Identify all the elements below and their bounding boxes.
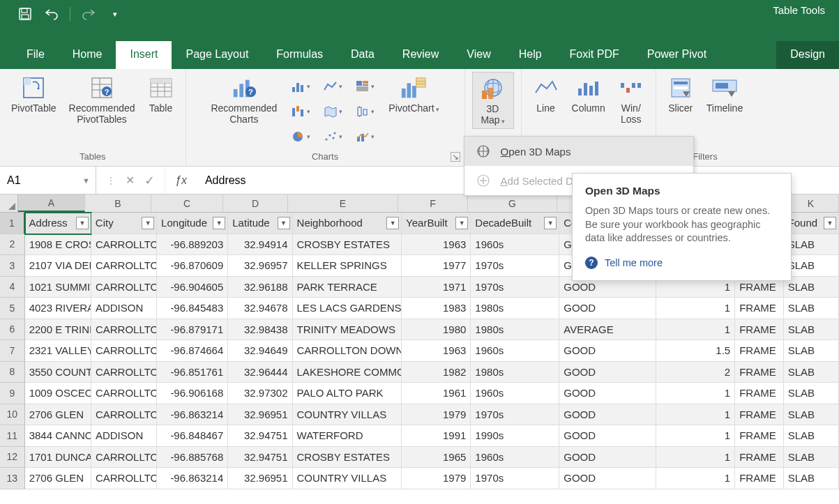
column-filter-header[interactable]: Latitude▼ xyxy=(228,213,292,234)
cell[interactable]: GOOD xyxy=(559,468,656,489)
cell[interactable]: 1970s xyxy=(471,277,559,298)
column-filter-header[interactable]: Longitude▼ xyxy=(157,213,228,234)
cell[interactable]: SLAB xyxy=(784,447,839,468)
cell[interactable]: 32.96188 xyxy=(228,277,292,298)
tab-data[interactable]: Data xyxy=(337,41,388,69)
cell[interactable]: FRAME xyxy=(735,447,783,468)
select-all-corner[interactable] xyxy=(0,194,18,212)
cell[interactable]: PARK TERRACE xyxy=(293,277,402,298)
column-filter-header[interactable]: Address▼ xyxy=(25,213,91,234)
cell[interactable]: GOOD xyxy=(559,340,656,362)
cell[interactable]: SLAB xyxy=(784,234,839,256)
cell[interactable]: KELLER SPRINGS xyxy=(293,255,402,277)
cell[interactable]: 32.96957 xyxy=(228,255,292,277)
row-header[interactable]: 2 xyxy=(0,234,25,256)
tab-insert[interactable]: Insert xyxy=(116,41,172,69)
cell[interactable]: 1983 xyxy=(402,298,471,319)
cell[interactable]: SLAB xyxy=(784,255,839,277)
cell[interactable]: 1971 xyxy=(402,277,471,298)
cell[interactable]: SLAB xyxy=(784,277,839,298)
column-chart-icon[interactable] xyxy=(288,76,313,97)
cell[interactable]: COUNTRY VILLAS xyxy=(293,404,402,426)
cell[interactable]: 2 xyxy=(656,362,735,383)
column-header-E[interactable]: E xyxy=(288,194,398,212)
cell[interactable]: 1 xyxy=(656,468,735,489)
tab-view[interactable]: View xyxy=(453,41,504,69)
cell[interactable]: GOOD xyxy=(559,447,656,468)
fx-icon[interactable]: ƒx xyxy=(165,174,197,187)
cell[interactable]: 32.94914 xyxy=(228,234,292,256)
cell[interactable]: 32.97302 xyxy=(228,383,292,404)
pivotchart-button[interactable]: PivotChart xyxy=(384,72,443,116)
cell[interactable]: FRAME xyxy=(735,298,783,319)
cell[interactable]: GOOD xyxy=(559,362,656,383)
cell[interactable]: 32.94678 xyxy=(228,298,292,319)
cell[interactable]: -96.904605 xyxy=(157,277,228,298)
cell[interactable]: 1 xyxy=(656,425,735,447)
enter-icon[interactable]: ✓ xyxy=(144,173,155,188)
row-header[interactable]: 6 xyxy=(0,319,25,341)
row-header[interactable]: 4 xyxy=(0,277,25,298)
cell[interactable]: 4023 RIVERA xyxy=(25,298,91,319)
cell[interactable]: FRAME xyxy=(735,362,783,383)
name-box-caret-icon[interactable]: ▼ xyxy=(82,176,90,185)
cell[interactable]: CARROLLTON xyxy=(91,362,157,383)
map-chart-icon[interactable] xyxy=(320,101,345,122)
cell[interactable]: -96.879171 xyxy=(157,319,228,341)
cell[interactable]: 1 xyxy=(656,383,735,404)
cell[interactable]: GOOD xyxy=(559,383,656,404)
cell[interactable]: CROSBY ESTATES xyxy=(293,447,402,468)
save-icon[interactable] xyxy=(17,6,33,22)
filter-dropdown-icon[interactable]: ▼ xyxy=(455,217,468,229)
tab-design[interactable]: Design xyxy=(776,41,839,69)
cell[interactable]: FRAME xyxy=(735,340,783,362)
cell[interactable]: 32.94649 xyxy=(228,340,292,362)
row-header[interactable]: 7 xyxy=(0,340,25,362)
cell[interactable]: 2706 GLEN xyxy=(25,404,91,426)
name-box-input[interactable] xyxy=(7,174,63,187)
cell[interactable]: FRAME xyxy=(735,404,783,426)
cell[interactable]: 32.96444 xyxy=(228,362,292,383)
column-header-K[interactable]: K xyxy=(783,194,839,212)
cell[interactable]: SLAB xyxy=(784,383,839,404)
cell[interactable]: 1977 xyxy=(402,255,471,277)
cell[interactable]: 1963 xyxy=(402,234,471,256)
cell[interactable]: -96.845483 xyxy=(157,298,228,319)
cell[interactable]: 1982 xyxy=(402,362,471,383)
cell[interactable]: 1980 xyxy=(402,319,471,341)
row-header[interactable]: 9 xyxy=(0,383,25,404)
tab-home[interactable]: Home xyxy=(59,41,116,69)
tab-power-pivot[interactable]: Power Pivot xyxy=(633,41,720,69)
cell[interactable]: -96.889203 xyxy=(157,234,228,256)
row-header[interactable]: 5 xyxy=(0,298,25,319)
cell[interactable]: COUNTRY VILLAS xyxy=(293,468,402,489)
column-header-C[interactable]: C xyxy=(151,194,223,212)
timeline-button[interactable]: Timeline xyxy=(702,72,747,116)
hierarchy-chart-icon[interactable] xyxy=(352,76,377,97)
cell[interactable]: SLAB xyxy=(784,362,839,383)
cell[interactable]: CARROLLTON xyxy=(91,319,157,341)
cell[interactable]: 1908 E CROSBY xyxy=(25,234,91,256)
tab-page-layout[interactable]: Page Layout xyxy=(172,41,262,69)
line-chart-icon[interactable] xyxy=(320,76,345,97)
cell[interactable]: CROSBY ESTATES xyxy=(293,234,402,256)
cell[interactable]: 1960s xyxy=(471,447,559,468)
cell[interactable]: SLAB xyxy=(784,404,839,426)
filter-dropdown-icon[interactable]: ▼ xyxy=(213,217,225,229)
cell[interactable]: GOOD xyxy=(559,404,656,426)
cell[interactable]: -96.874664 xyxy=(157,340,228,362)
row-header[interactable]: 8 xyxy=(0,362,25,383)
cell[interactable]: 2200 E TRINITY xyxy=(25,319,91,341)
combo-chart-icon[interactable] xyxy=(352,126,377,147)
cell[interactable]: 1 xyxy=(656,298,735,319)
cell[interactable]: 1990s xyxy=(471,425,559,447)
redo-icon[interactable] xyxy=(80,6,97,22)
cell[interactable]: 32.94751 xyxy=(228,425,292,447)
sparkline-column-button[interactable]: Column xyxy=(568,72,610,116)
filter-dropdown-icon[interactable]: ▼ xyxy=(544,217,557,229)
cell[interactable]: FRAME xyxy=(735,383,783,404)
cell[interactable]: 3844 CANNON xyxy=(25,425,91,447)
cell[interactable]: -96.870609 xyxy=(157,255,228,277)
cell[interactable]: CARROLLTON xyxy=(91,447,157,468)
cell[interactable]: SLAB xyxy=(784,319,839,341)
